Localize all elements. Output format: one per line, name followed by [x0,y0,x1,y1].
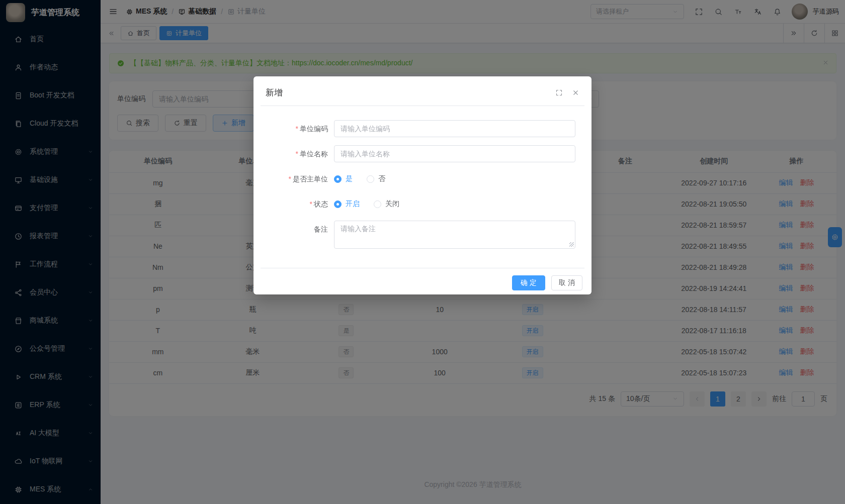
status-field: *状态 开启 关闭 [260,195,575,213]
is-main-no-radio[interactable]: 否 [367,174,385,183]
radio-dot [374,200,381,208]
is-main-yes-radio[interactable]: 是 [334,174,353,183]
remark-field: 备注 [260,221,575,249]
is-main-unit-label: 是否主单位 [293,175,328,183]
radio-dot [367,175,374,183]
confirm-button[interactable]: 确 定 [512,275,545,290]
dialog-header: 新增 [254,76,592,106]
is-main-unit-field: *是否主单位 是 否 [260,170,575,187]
dialog-footer: 确 定 取 消 [261,268,584,298]
status-label: 状态 [314,200,328,208]
dialog-title: 新增 [266,87,283,98]
unit-name-input[interactable] [334,145,575,162]
unit-code-field: *单位编码 [260,120,575,137]
radio-dot [334,175,342,183]
dialog-tools [555,89,579,96]
remark-textarea[interactable] [334,221,575,249]
unit-code-input[interactable] [334,120,575,137]
unit-code-label: 单位编码 [300,125,328,133]
unit-name-field: *单位名称 [260,145,575,162]
status-enabled-radio[interactable]: 开启 [334,199,360,209]
dialog-close-icon[interactable] [572,89,579,96]
status-disabled-radio[interactable]: 关闭 [374,199,399,209]
add-unit-dialog: 新增 *单位编码 *单位名称 *是否主单位 是 否 *状态 开启 关闭 [254,76,592,294]
required-mark: * [310,200,312,208]
required-mark: * [289,175,291,183]
required-mark: * [296,125,298,133]
radio-dot [334,200,342,208]
unit-name-label: 单位名称 [300,150,328,158]
required-mark: * [296,150,298,158]
dialog-form: *单位编码 *单位名称 *是否主单位 是 否 *状态 开启 关闭 备注 [254,106,592,257]
dialog-fullscreen-icon[interactable] [555,89,563,96]
cancel-button[interactable]: 取 消 [551,275,582,290]
remark-label: 备注 [260,221,334,238]
